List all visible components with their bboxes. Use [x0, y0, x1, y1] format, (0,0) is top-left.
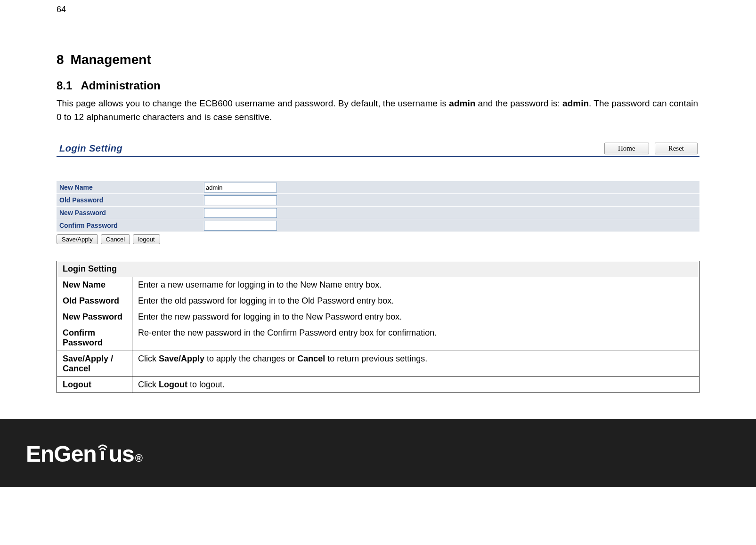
wifi-icon	[96, 439, 110, 467]
row-name: New Password	[57, 309, 132, 325]
row-desc: Enter the new password for logging in to…	[132, 309, 699, 325]
logout-button[interactable]: logout	[133, 234, 160, 244]
row-desc: Click Logout to logout.	[132, 377, 699, 393]
table-row: New PasswordEnter the new password for l…	[57, 309, 699, 325]
save-apply-button[interactable]: Save/Apply	[57, 234, 98, 244]
panel-title: Login Setting	[57, 143, 122, 154]
login-setting-panel: Login Setting Home Reset New Name Old Pa…	[57, 143, 699, 244]
table-row: New NameEnter a new username for logging…	[57, 277, 699, 293]
new-password-input[interactable]	[204, 208, 277, 218]
row-desc: Enter the old password for logging in to…	[132, 293, 699, 309]
chapter-heading: 8Management	[57, 52, 699, 67]
table-row: Save/Apply / CancelClick Save/Apply to a…	[57, 351, 699, 377]
row-name: New Name	[57, 277, 132, 293]
confirm-password-input[interactable]	[204, 221, 277, 231]
row-name: Old Password	[57, 293, 132, 309]
label-new-name: New Name	[57, 184, 204, 191]
section-heading: 8.1Administration	[57, 79, 699, 92]
section-title: Administration	[81, 79, 160, 92]
page-number: 64	[57, 5, 699, 15]
table-row: Confirm PasswordRe-enter the new passwor…	[57, 325, 699, 351]
home-button[interactable]: Home	[604, 143, 649, 154]
page-footer: EnGenus®	[0, 419, 756, 487]
label-confirm-password: Confirm Password	[57, 222, 204, 229]
old-password-input[interactable]	[204, 195, 277, 205]
row-new-name: New Name	[57, 181, 699, 193]
new-name-input[interactable]	[204, 183, 277, 192]
svg-rect-0	[101, 451, 104, 460]
table-header: Login Setting	[57, 261, 699, 277]
row-old-password: Old Password	[57, 193, 699, 206]
row-name: Save/Apply / Cancel	[57, 351, 132, 377]
row-desc: Enter a new username for logging in to t…	[132, 277, 699, 293]
chapter-number: 8	[57, 52, 64, 67]
row-confirm-password: Confirm Password	[57, 219, 699, 232]
label-new-password: New Password	[57, 209, 204, 216]
reset-button[interactable]: Reset	[655, 143, 698, 154]
row-name: Logout	[57, 377, 132, 393]
cancel-button[interactable]: Cancel	[101, 234, 130, 244]
row-name: Confirm Password	[57, 325, 132, 351]
table-row: LogoutClick Logout to logout.	[57, 377, 699, 393]
description-table: Login Setting New NameEnter a new userna…	[57, 261, 699, 393]
intro-paragraph: This page allows you to change the ECB60…	[57, 97, 699, 124]
row-new-password: New Password	[57, 206, 699, 219]
row-desc: Re-enter the new password in the Confirm…	[132, 325, 699, 351]
row-desc: Click Save/Apply to apply the changes or…	[132, 351, 699, 377]
brand-logo: EnGenus®	[26, 439, 142, 467]
label-old-password: Old Password	[57, 196, 204, 204]
table-row: Old PasswordEnter the old password for l…	[57, 293, 699, 309]
chapter-title: Management	[71, 52, 151, 67]
section-number: 8.1	[57, 79, 72, 92]
